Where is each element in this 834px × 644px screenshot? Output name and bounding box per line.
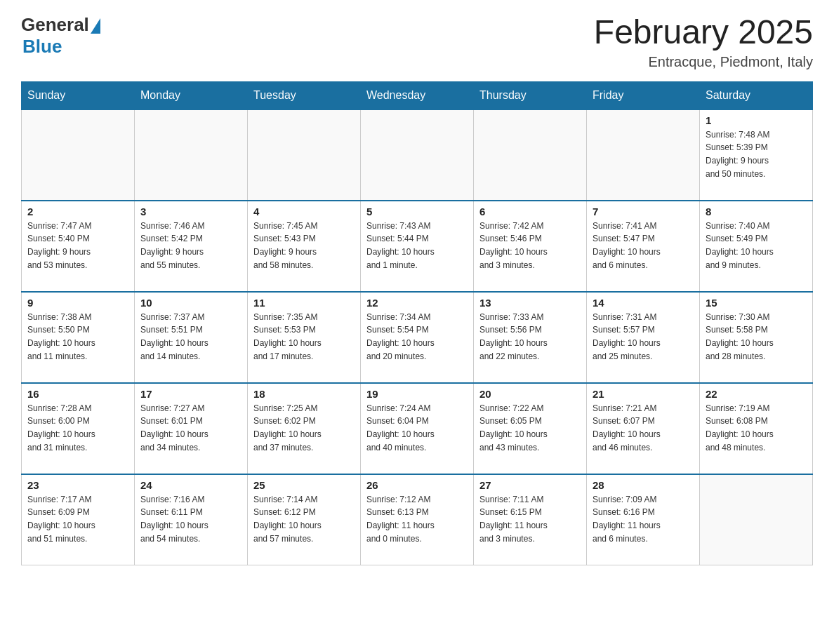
day-number: 24 (140, 479, 241, 491)
day-info: Sunrise: 7:45 AMSunset: 5:43 PMDaylight:… (253, 220, 355, 271)
day-info: Sunrise: 7:35 AMSunset: 5:53 PMDaylight:… (253, 311, 355, 363)
location-subtitle: Entracque, Piedmont, Italy (594, 54, 813, 70)
day-number: 3 (140, 206, 241, 217)
calendar-cell: 7Sunrise: 7:41 AMSunset: 5:47 PMDaylight… (587, 201, 700, 292)
day-info: Sunrise: 7:27 AMSunset: 6:01 PMDaylight:… (140, 402, 241, 454)
calendar-cell: 22Sunrise: 7:19 AMSunset: 6:08 PMDayligh… (700, 383, 813, 474)
calendar-cell: 6Sunrise: 7:42 AMSunset: 5:46 PMDaylight… (474, 201, 587, 292)
day-info: Sunrise: 7:43 AMSunset: 5:44 PMDaylight:… (366, 220, 468, 271)
day-info: Sunrise: 7:19 AMSunset: 6:08 PMDaylight:… (706, 402, 807, 454)
day-info: Sunrise: 7:25 AMSunset: 6:02 PMDaylight:… (253, 402, 355, 454)
day-number: 9 (27, 297, 128, 309)
day-number: 15 (706, 297, 807, 309)
calendar-cell: 26Sunrise: 7:12 AMSunset: 6:13 PMDayligh… (361, 474, 474, 565)
day-number: 25 (253, 479, 355, 491)
day-info: Sunrise: 7:11 AMSunset: 6:15 PMDaylight:… (479, 493, 581, 545)
day-info: Sunrise: 7:41 AMSunset: 5:47 PMDaylight:… (593, 220, 694, 271)
day-number: 13 (479, 297, 581, 309)
calendar-cell: 25Sunrise: 7:14 AMSunset: 6:12 PMDayligh… (248, 474, 361, 565)
day-info: Sunrise: 7:48 AMSunset: 5:39 PMDaylight:… (706, 128, 807, 180)
day-number: 5 (366, 206, 468, 217)
day-number: 17 (140, 388, 241, 400)
day-info: Sunrise: 7:22 AMSunset: 6:05 PMDaylight:… (479, 402, 581, 454)
week-row-5: 23Sunrise: 7:17 AMSunset: 6:09 PMDayligh… (22, 474, 813, 565)
day-number: 19 (366, 388, 468, 400)
calendar-cell (135, 109, 248, 201)
calendar-cell: 8Sunrise: 7:40 AMSunset: 5:49 PMDaylight… (700, 201, 813, 292)
day-info: Sunrise: 7:38 AMSunset: 5:50 PMDaylight:… (27, 311, 128, 363)
calendar-cell: 14Sunrise: 7:31 AMSunset: 5:57 PMDayligh… (587, 292, 700, 383)
day-info: Sunrise: 7:16 AMSunset: 6:11 PMDaylight:… (140, 493, 241, 545)
day-info: Sunrise: 7:28 AMSunset: 6:00 PMDaylight:… (27, 402, 128, 454)
week-row-3: 9Sunrise: 7:38 AMSunset: 5:50 PMDaylight… (22, 292, 813, 383)
day-number: 14 (593, 297, 694, 309)
logo-triangle-icon (91, 18, 100, 34)
day-number: 22 (706, 388, 807, 400)
logo-blue-text: Blue (22, 36, 62, 58)
title-block: February 2025 Entracque, Piedmont, Italy (594, 14, 813, 70)
day-number: 8 (706, 206, 807, 217)
calendar-cell: 16Sunrise: 7:28 AMSunset: 6:00 PMDayligh… (22, 383, 135, 474)
day-number: 18 (253, 388, 355, 400)
calendar-cell: 9Sunrise: 7:38 AMSunset: 5:50 PMDaylight… (22, 292, 135, 383)
logo: General Blue (21, 14, 100, 58)
calendar-cell: 18Sunrise: 7:25 AMSunset: 6:02 PMDayligh… (248, 383, 361, 474)
week-row-2: 2Sunrise: 7:47 AMSunset: 5:40 PMDaylight… (22, 201, 813, 292)
day-number: 11 (253, 297, 355, 309)
calendar-cell (700, 474, 813, 565)
day-number: 10 (140, 297, 241, 309)
month-title: February 2025 (594, 14, 813, 51)
week-row-1: 1Sunrise: 7:48 AMSunset: 5:39 PMDaylight… (22, 109, 813, 201)
calendar-cell (474, 109, 587, 201)
day-number: 16 (27, 388, 128, 400)
calendar-cell (248, 109, 361, 201)
day-number: 6 (479, 206, 581, 217)
day-number: 21 (593, 388, 694, 400)
calendar-cell: 23Sunrise: 7:17 AMSunset: 6:09 PMDayligh… (22, 474, 135, 565)
day-info: Sunrise: 7:24 AMSunset: 6:04 PMDaylight:… (366, 402, 468, 454)
day-info: Sunrise: 7:09 AMSunset: 6:16 PMDaylight:… (593, 493, 694, 545)
day-info: Sunrise: 7:42 AMSunset: 5:46 PMDaylight:… (479, 220, 581, 271)
weekday-header-sunday: Sunday (22, 81, 135, 109)
day-info: Sunrise: 7:34 AMSunset: 5:54 PMDaylight:… (366, 311, 468, 363)
logo-general-text: General (21, 14, 89, 36)
day-info: Sunrise: 7:33 AMSunset: 5:56 PMDaylight:… (479, 311, 581, 363)
calendar-cell (22, 109, 135, 201)
calendar-cell (361, 109, 474, 201)
day-number: 23 (27, 479, 128, 491)
calendar-cell: 4Sunrise: 7:45 AMSunset: 5:43 PMDaylight… (248, 201, 361, 292)
day-info: Sunrise: 7:40 AMSunset: 5:49 PMDaylight:… (706, 220, 807, 271)
day-info: Sunrise: 7:31 AMSunset: 5:57 PMDaylight:… (593, 311, 694, 363)
calendar-cell: 28Sunrise: 7:09 AMSunset: 6:16 PMDayligh… (587, 474, 700, 565)
day-number: 7 (593, 206, 694, 217)
week-row-4: 16Sunrise: 7:28 AMSunset: 6:00 PMDayligh… (22, 383, 813, 474)
calendar-cell: 11Sunrise: 7:35 AMSunset: 5:53 PMDayligh… (248, 292, 361, 383)
day-number: 28 (593, 479, 694, 491)
weekday-header-saturday: Saturday (700, 81, 813, 109)
calendar-cell: 20Sunrise: 7:22 AMSunset: 6:05 PMDayligh… (474, 383, 587, 474)
calendar-cell: 3Sunrise: 7:46 AMSunset: 5:42 PMDaylight… (135, 201, 248, 292)
weekday-header-tuesday: Tuesday (248, 81, 361, 109)
day-number: 4 (253, 206, 355, 217)
day-info: Sunrise: 7:46 AMSunset: 5:42 PMDaylight:… (140, 220, 241, 271)
weekday-header-thursday: Thursday (474, 81, 587, 109)
day-info: Sunrise: 7:12 AMSunset: 6:13 PMDaylight:… (366, 493, 468, 545)
calendar-table: SundayMondayTuesdayWednesdayThursdayFrid… (21, 81, 813, 566)
calendar-cell: 21Sunrise: 7:21 AMSunset: 6:07 PMDayligh… (587, 383, 700, 474)
day-number: 12 (366, 297, 468, 309)
calendar-cell: 10Sunrise: 7:37 AMSunset: 5:51 PMDayligh… (135, 292, 248, 383)
calendar-cell: 27Sunrise: 7:11 AMSunset: 6:15 PMDayligh… (474, 474, 587, 565)
day-number: 1 (706, 114, 807, 126)
day-number: 27 (479, 479, 581, 491)
weekday-header-row: SundayMondayTuesdayWednesdayThursdayFrid… (22, 81, 813, 109)
day-info: Sunrise: 7:14 AMSunset: 6:12 PMDaylight:… (253, 493, 355, 545)
calendar-cell: 13Sunrise: 7:33 AMSunset: 5:56 PMDayligh… (474, 292, 587, 383)
calendar-cell: 5Sunrise: 7:43 AMSunset: 5:44 PMDaylight… (361, 201, 474, 292)
calendar-cell: 19Sunrise: 7:24 AMSunset: 6:04 PMDayligh… (361, 383, 474, 474)
day-number: 20 (479, 388, 581, 400)
calendar-cell: 1Sunrise: 7:48 AMSunset: 5:39 PMDaylight… (700, 109, 813, 201)
day-number: 26 (366, 479, 468, 491)
day-info: Sunrise: 7:37 AMSunset: 5:51 PMDaylight:… (140, 311, 241, 363)
weekday-header-monday: Monday (135, 81, 248, 109)
calendar-cell (587, 109, 700, 201)
